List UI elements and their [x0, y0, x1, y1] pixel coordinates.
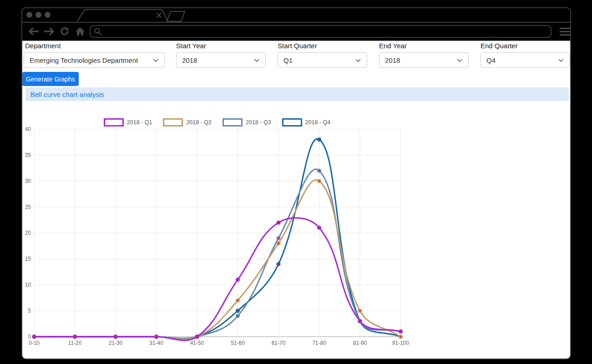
browser-tabstrip — [22, 8, 570, 23]
start-quarter-label: Start Quarter — [278, 42, 367, 50]
department-label: Department — [25, 42, 166, 50]
series-line — [34, 180, 401, 339]
y-axis-tick: 10 — [25, 282, 31, 288]
chevron-down-icon — [558, 58, 564, 62]
x-axis-tick: 0-10 — [29, 340, 40, 346]
tab-close-icon[interactable] — [157, 13, 161, 17]
x-axis-tick: 71-80 — [312, 340, 326, 346]
chevron-down-icon — [152, 58, 159, 62]
end-quarter-label: End Quarter — [481, 42, 570, 50]
y-axis-tick: 15 — [25, 256, 31, 262]
y-axis-tick: 20 — [25, 230, 31, 236]
x-axis-tick: 61-70 — [272, 340, 286, 346]
new-tab-icon[interactable] — [167, 11, 185, 21]
x-axis-tick: 81-90 — [353, 340, 367, 346]
y-axis-tick: 0 — [28, 334, 31, 340]
browser-tab[interactable] — [22, 8, 195, 22]
browser-window: Department Emerging Technologies Departm… — [21, 7, 571, 359]
start-quarter-select[interactable]: Q1 — [278, 52, 367, 68]
menu-icon[interactable] — [560, 28, 570, 35]
x-axis-tick: 51-60 — [231, 340, 245, 346]
end-year-label: End Year — [379, 42, 469, 50]
department-select[interactable]: Emerging Technologies Department — [24, 52, 165, 68]
chevron-down-icon — [456, 58, 463, 62]
back-icon[interactable] — [28, 26, 39, 37]
y-axis-tick: 25 — [25, 204, 31, 210]
x-axis-tick: 41-50 — [190, 340, 204, 346]
x-axis-tick: 21-30 — [109, 340, 123, 346]
y-axis-tick: 35 — [25, 152, 31, 158]
panel-title: Bell curve chart analysis — [30, 91, 104, 98]
page-content: Department Emerging Technologies Departm… — [22, 41, 570, 359]
series-line — [34, 139, 401, 339]
y-axis-tick: 40 — [25, 126, 31, 132]
refresh-icon[interactable] — [59, 26, 70, 37]
chevron-down-icon — [355, 58, 361, 62]
start-year-select[interactable]: 2018 — [176, 52, 266, 68]
y-axis-tick: 30 — [25, 178, 31, 184]
chevron-down-icon — [253, 58, 260, 62]
search-icon — [94, 28, 101, 35]
home-icon[interactable] — [75, 26, 86, 37]
y-axis-tick: 5 — [28, 308, 31, 314]
end-quarter-select[interactable]: Q4 — [481, 52, 570, 68]
forward-icon[interactable] — [44, 26, 55, 37]
end-year-select[interactable]: 2018 — [379, 52, 469, 68]
bell-curve-chart: 05101520253035400-1011-2021-3031-4041-50… — [22, 104, 571, 355]
x-axis-tick: 91-100 — [392, 340, 410, 346]
url-input[interactable] — [104, 28, 551, 35]
page: { "browser": { "traffic_dots_count": 3, … — [0, 0, 592, 364]
panel-header: Bell curve chart analysis — [25, 87, 569, 101]
x-axis-tick: 31-40 — [149, 340, 163, 346]
generate-graphs-button[interactable]: Generate Graphs — [22, 72, 79, 86]
start-year-label: Start Year — [176, 42, 266, 50]
url-bar[interactable] — [90, 25, 552, 38]
x-axis-tick: 11-20 — [68, 340, 82, 346]
browser-navbar — [22, 23, 570, 41]
